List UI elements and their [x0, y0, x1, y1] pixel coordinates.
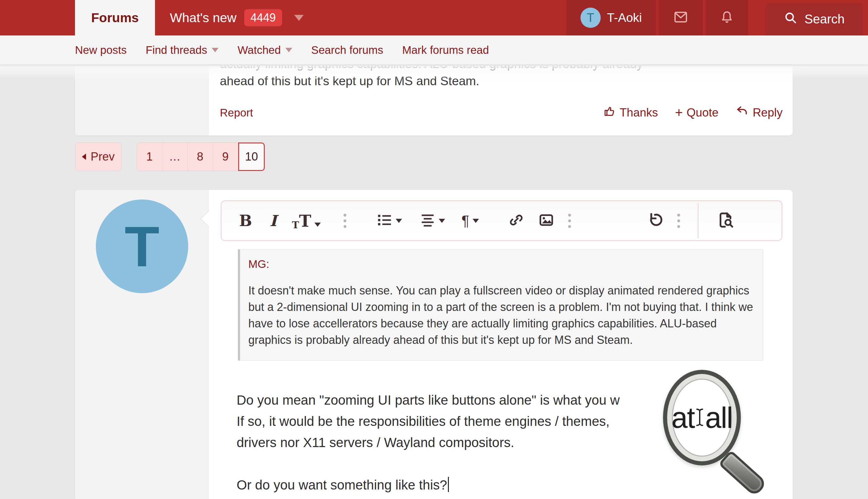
text-caret: [448, 477, 449, 492]
reply-editor-card: T B I T T: [75, 190, 793, 499]
reply-line: drivers nor X11 servers / Wayland compos…: [237, 432, 749, 453]
quote-author-label: MG:: [248, 258, 753, 270]
username-label: T-Aoki: [607, 11, 642, 25]
insert-link-button[interactable]: [509, 212, 524, 229]
prev-page-button[interactable]: Prev: [75, 143, 122, 171]
envelope-icon: [672, 10, 689, 26]
plus-icon: +: [675, 106, 683, 119]
reply-arrow-icon: [735, 105, 749, 121]
paragraph-format-button[interactable]: ¶: [462, 212, 479, 229]
reply-line-text: Or do you want something like this?: [237, 477, 447, 492]
reply-text-area[interactable]: Do you mean "zooming UI parts like butto…: [237, 389, 749, 496]
page-number-group: 1 … 8 9 10: [137, 143, 265, 171]
align-icon: [420, 212, 436, 229]
font-size-button[interactable]: T T: [292, 211, 321, 231]
tab-whats-new[interactable]: What's new 4449: [170, 0, 304, 35]
quote-block: MG: It doesn't make much sense. You can …: [238, 249, 763, 361]
more-text-options-button[interactable]: [343, 214, 347, 228]
post-author-cell: [75, 65, 209, 135]
sub-navigation: New posts Find threads Watched Search fo…: [0, 35, 868, 65]
chevron-down-icon: [212, 48, 218, 52]
post-message-cell: actually limiting graphics capabilities.…: [209, 65, 793, 135]
subnav-item-search-forums[interactable]: Search forums: [302, 44, 393, 56]
insert-image-button[interactable]: [538, 212, 554, 229]
avatar: T: [580, 8, 601, 28]
forums-tab-label: Forums: [91, 10, 139, 25]
inbox-button[interactable]: [658, 0, 703, 35]
avatar[interactable]: T: [96, 199, 188, 293]
page-gap-ellipsis[interactable]: …: [162, 143, 188, 171]
alignment-button[interactable]: [420, 212, 445, 229]
post-actions: Thanks + Quote Reply: [603, 105, 783, 121]
prev-label: Prev: [90, 150, 114, 163]
main-header: Forums What's new 4449 T T-Aoki: [0, 0, 868, 35]
avatar-letter: T: [587, 11, 594, 25]
forum-page: Forums What's new 4449 T T-Aoki: [0, 0, 868, 499]
header-account-area: T T-Aoki: [564, 0, 868, 35]
chevron-down-icon: [439, 219, 445, 223]
chevron-down-icon: [285, 48, 292, 52]
page-button-1[interactable]: 1: [137, 143, 162, 171]
editor-toolbar: B I T T: [221, 200, 782, 241]
subnav-label: Find threads: [146, 44, 207, 56]
italic-button[interactable]: I: [270, 212, 277, 230]
more-insert-options-button[interactable]: [568, 214, 571, 228]
post-text: ahead of this but it's kept up for MS an…: [220, 74, 479, 88]
more-history-options-button[interactable]: [677, 214, 680, 228]
thanks-label: Thanks: [620, 106, 658, 119]
reply-line: Or do you want something like this?: [237, 474, 749, 496]
page-button-9[interactable]: 9: [213, 143, 238, 171]
pagination: Prev 1 … 8 9 10: [75, 143, 265, 171]
post-card: actually limiting graphics capabilities.…: [75, 65, 793, 135]
chevron-down-icon: [396, 219, 402, 223]
reply-label: Reply: [753, 106, 783, 119]
subnav-item-new-posts[interactable]: New posts: [75, 44, 136, 56]
chevron-down-icon[interactable]: [294, 15, 304, 21]
report-link[interactable]: Report: [220, 106, 253, 119]
reply-button[interactable]: Reply: [735, 105, 783, 121]
bold-icon: B: [239, 212, 252, 230]
chevron-down-icon: [314, 222, 321, 227]
quote-button[interactable]: + Quote: [675, 106, 718, 119]
alerts-button[interactable]: [706, 0, 748, 35]
subnav-label: Watched: [238, 44, 281, 56]
undo-icon: [646, 212, 663, 230]
link-icon: [509, 212, 524, 229]
image-icon: [538, 212, 554, 229]
whats-new-label: What's new: [170, 10, 237, 25]
editor-message-cell: B I T T: [209, 190, 793, 499]
toolbar-divider: [698, 203, 699, 239]
list-icon: [377, 212, 392, 229]
chevron-down-icon: [473, 219, 479, 223]
post-text: actually limiting graphics capabilities.…: [220, 65, 758, 71]
preview-icon: [717, 211, 734, 230]
editor-author-cell: T: [75, 190, 209, 499]
post-text-clipped-line: actually limiting graphics capabilities.…: [220, 65, 758, 73]
whats-new-count-badge: 4449: [244, 9, 282, 26]
paragraph-icon: ¶: [462, 212, 469, 229]
avatar-letter: T: [125, 214, 160, 279]
font-size-icon: T: [299, 211, 311, 231]
search-button[interactable]: Search: [765, 3, 863, 35]
page-button-10-current[interactable]: 10: [238, 143, 265, 171]
unordered-list-button[interactable]: [377, 212, 402, 229]
bold-button[interactable]: B: [239, 212, 252, 230]
page-button-8[interactable]: 8: [188, 143, 213, 171]
preview-button[interactable]: [717, 211, 734, 230]
reply-line: Do you mean "zooming UI parts like butto…: [237, 389, 749, 411]
thumbs-up-icon: [603, 105, 616, 120]
user-menu[interactable]: T T-Aoki: [567, 0, 656, 35]
subnav-label: Mark forums read: [402, 44, 489, 56]
search-label: Search: [804, 12, 845, 26]
quote-label: Quote: [687, 106, 719, 119]
subnav-item-watched[interactable]: Watched: [228, 44, 302, 56]
bell-icon: [720, 10, 734, 26]
subnav-item-find-threads[interactable]: Find threads: [136, 44, 228, 56]
tab-forums[interactable]: Forums: [75, 0, 155, 35]
italic-icon: I: [270, 212, 277, 230]
search-icon: [783, 11, 797, 27]
reply-line: [237, 453, 749, 474]
thanks-button[interactable]: Thanks: [603, 105, 658, 120]
undo-button[interactable]: [646, 212, 663, 230]
subnav-item-mark-forums-read[interactable]: Mark forums read: [392, 44, 498, 56]
